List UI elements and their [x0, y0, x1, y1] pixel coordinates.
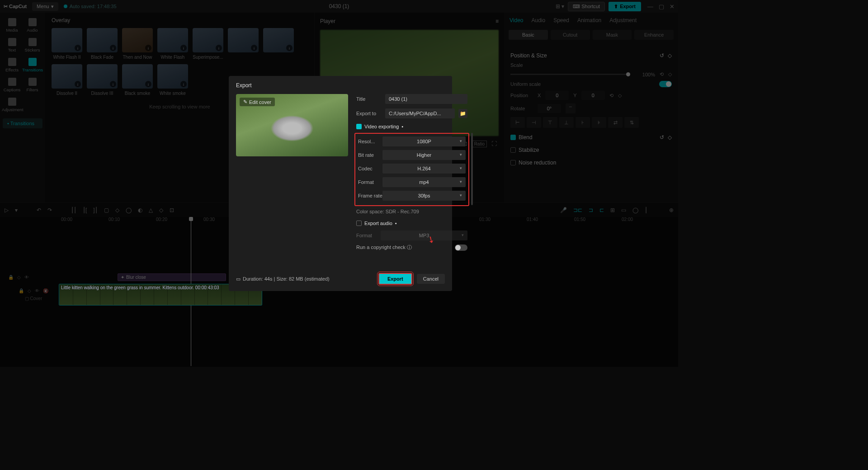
- codec-select[interactable]: H.264: [382, 164, 466, 174]
- bitrate-select[interactable]: Higher: [382, 150, 466, 160]
- folder-icon[interactable]: 📁: [458, 109, 467, 118]
- export-cover-preview: ✎ Edit cover: [236, 94, 348, 156]
- audio-format-label: Format: [356, 233, 381, 238]
- export-dialog: Export ✎ Edit cover Title Export to📁 Vid…: [229, 76, 452, 291]
- title-label: Title: [356, 96, 382, 102]
- audio-export-checkbox[interactable]: [356, 221, 362, 226]
- edit-cover-button[interactable]: ✎ Edit cover: [240, 98, 275, 106]
- framerate-select[interactable]: 30fps: [382, 191, 466, 201]
- codec-label: Codec: [358, 166, 382, 171]
- format-label: Format: [358, 179, 382, 185]
- cancel-button[interactable]: Cancel: [417, 274, 445, 284]
- title-input[interactable]: [385, 94, 467, 104]
- color-space-label: Color space: SDR - Rec.709: [356, 209, 467, 214]
- export-confirm-button[interactable]: Export: [378, 273, 412, 285]
- copyright-toggle[interactable]: [455, 244, 467, 251]
- resolution-select[interactable]: 1080P: [382, 136, 466, 146]
- kitten-image: [271, 115, 314, 141]
- export-audio-label: Export audio: [364, 221, 392, 226]
- format-select[interactable]: mp4: [382, 177, 466, 187]
- audio-format-select: MP3: [381, 230, 467, 240]
- video-exporting-label: Video exporting: [364, 124, 399, 129]
- framerate-label: Frame rate: [358, 193, 382, 198]
- duration-label: ▭ Duration: 44s | Size: 82 MB (estimated…: [236, 276, 330, 282]
- highlight-box: Resol...1080P Bit rateHigher CodecH.264 …: [354, 133, 469, 206]
- resolution-label: Resol...: [358, 139, 382, 144]
- bitrate-label: Bit rate: [358, 152, 382, 158]
- export-to-label: Export to: [356, 111, 382, 116]
- export-path-input[interactable]: [385, 108, 455, 118]
- dialog-title: Export: [236, 82, 445, 89]
- dialog-scrollbar[interactable]: [471, 133, 473, 205]
- copyright-label: Run a copyright check ⓘ: [356, 244, 412, 251]
- video-export-checkbox[interactable]: [356, 124, 362, 129]
